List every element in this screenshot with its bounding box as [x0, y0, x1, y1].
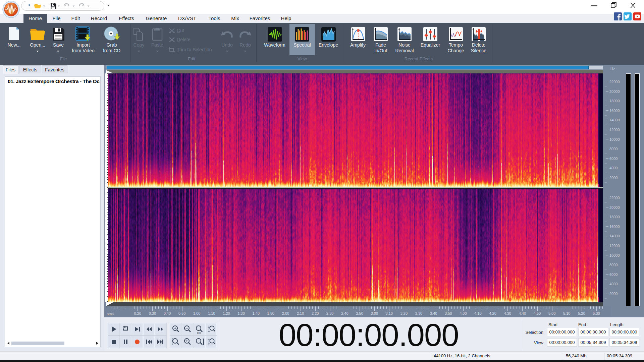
svg-text:100: 100 [197, 332, 201, 334]
